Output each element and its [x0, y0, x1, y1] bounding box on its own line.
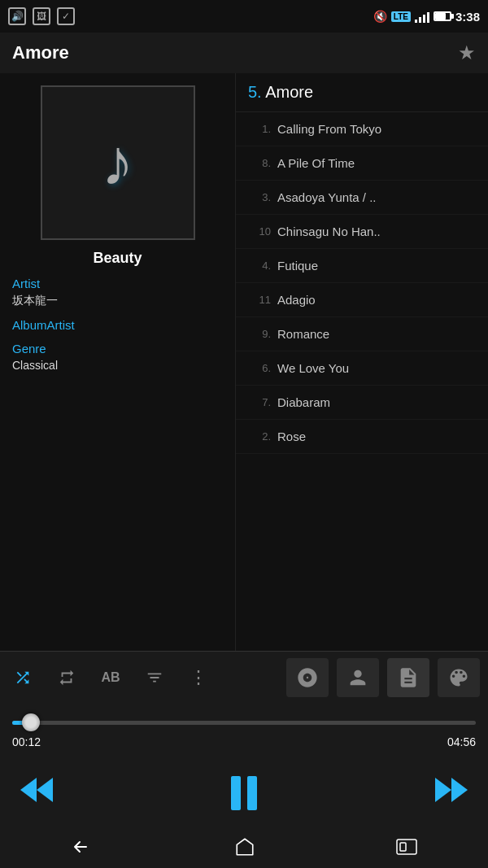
time-total: 04:56 [447, 735, 476, 748]
navigation-bar [0, 826, 488, 868]
svg-rect-5 [400, 843, 406, 851]
track-number: 4. [248, 260, 271, 272]
status-icons-right: 🔇 LTE 3:38 [373, 10, 480, 24]
check-icon: ✓ [57, 7, 75, 25]
track-item[interactable]: 8.A Pile Of Time [236, 146, 488, 181]
artist-tab-button[interactable] [337, 658, 379, 697]
current-track-header: 5. Amore [236, 73, 488, 112]
toolbar-left: AB ⋮ [8, 663, 213, 692]
favorite-star-icon[interactable]: ★ [458, 41, 476, 64]
related-icon [447, 666, 470, 689]
svg-marker-3 [451, 778, 468, 802]
recents-button[interactable] [375, 830, 438, 864]
disc-tab-button[interactable] [286, 658, 329, 697]
track-title: Rose [277, 430, 306, 443]
genre-section: Genre Classical [12, 342, 223, 372]
recents-icon [395, 836, 418, 857]
album-name: Beauty [12, 250, 223, 267]
back-icon [70, 837, 94, 857]
header: Amore ★ [0, 33, 488, 73]
rewind-icon [16, 774, 57, 806]
track-number: 1. [248, 123, 271, 135]
repeat-icon [58, 669, 76, 687]
track-number: 8. [248, 157, 271, 169]
progress-bar[interactable] [12, 721, 476, 725]
current-track-title: Amore [265, 83, 313, 101]
track-item[interactable]: 6.We Love You [236, 351, 488, 386]
track-title: Chinsagu No Han.. [277, 225, 381, 238]
album-artist-label: AlbumArtist [12, 318, 223, 332]
left-panel: ♪ Beauty Artist 坂本龍一 AlbumArtist Genre C… [0, 73, 236, 651]
mute-icon: 🔇 [373, 10, 387, 23]
toolbar-right [286, 658, 480, 697]
track-number: 10 [248, 225, 271, 238]
genre-label: Genre [12, 342, 223, 355]
track-title: Asadoya Yunta / .. [277, 190, 376, 204]
page-title: Amore [12, 42, 69, 63]
progress-thumb[interactable] [22, 713, 40, 731]
track-title: Calling From Tokyo [277, 122, 381, 136]
status-bar: 🔊 🖼 ✓ 🔇 LTE 3:38 [0, 0, 488, 33]
battery-icon [434, 11, 451, 21]
track-item[interactable]: 4.Futique [236, 249, 488, 283]
track-number: 3. [248, 191, 271, 203]
lyrics-icon [397, 666, 420, 689]
track-item[interactable]: 11Adagio [236, 283, 488, 317]
svg-marker-1 [37, 778, 53, 802]
right-panel: 5. Amore 1.Calling From Tokyo8.A Pile Of… [236, 73, 488, 651]
pause-bar-left [231, 776, 241, 810]
font-icon: AB [101, 670, 120, 685]
album-art: ♪ [41, 85, 195, 240]
track-number: 7. [248, 396, 271, 408]
track-item[interactable]: 2.Rose [236, 420, 488, 454]
artist-value: 坂本龍一 [12, 294, 223, 308]
main-content: ♪ Beauty Artist 坂本龍一 AlbumArtist Genre C… [0, 73, 488, 651]
equalizer-icon [146, 669, 163, 687]
track-item[interactable]: 9.Romance [236, 317, 488, 351]
toolbar: AB ⋮ [0, 651, 488, 704]
track-title: We Love You [277, 361, 349, 375]
previous-button[interactable] [16, 774, 57, 813]
pause-button[interactable] [231, 776, 257, 810]
more-icon: ⋮ [190, 667, 207, 688]
fast-forward-icon [431, 774, 472, 806]
track-number: 6. [248, 362, 271, 374]
genre-value: Classical [12, 359, 223, 372]
home-button[interactable] [214, 830, 276, 864]
track-title: Diabaram [277, 395, 330, 409]
time-elapsed: 00:12 [12, 735, 41, 748]
eq-button[interactable] [140, 663, 169, 692]
svg-marker-0 [20, 778, 37, 802]
svg-marker-2 [435, 778, 451, 802]
repeat-button[interactable] [52, 663, 81, 692]
pause-bar-right [247, 776, 257, 810]
track-item[interactable]: 1.Calling From Tokyo [236, 112, 488, 146]
lyrics-tab-button[interactable] [387, 658, 429, 697]
album-artist-section: AlbumArtist [12, 318, 223, 332]
track-number: 2. [248, 430, 271, 443]
track-title: A Pile Of Time [277, 156, 355, 170]
track-item[interactable]: 10Chinsagu No Han.. [236, 215, 488, 249]
lte-badge: LTE [391, 11, 411, 22]
font-button[interactable]: AB [96, 663, 125, 692]
status-time: 3:38 [455, 10, 480, 24]
track-item[interactable]: 3.Asadoya Yunta / .. [236, 181, 488, 215]
disc-icon [296, 666, 319, 689]
status-icons-left: 🔊 🖼 ✓ [8, 7, 75, 25]
progress-section: 00:12 04:56 [0, 704, 488, 761]
home-icon [234, 836, 255, 857]
track-item[interactable]: 7.Diabaram [236, 386, 488, 420]
related-tab-button[interactable] [438, 658, 480, 697]
next-button[interactable] [431, 774, 472, 813]
speaker-icon: 🔊 [8, 7, 26, 25]
back-button[interactable] [50, 831, 115, 863]
track-list: 1.Calling From Tokyo8.A Pile Of Time3.As… [236, 112, 488, 651]
track-number: 11 [248, 294, 271, 306]
shuffle-button[interactable] [8, 663, 37, 692]
photo-icon: 🖼 [33, 7, 50, 25]
track-title: Romance [277, 327, 329, 341]
artist-label: Artist [12, 277, 223, 290]
more-button[interactable]: ⋮ [184, 663, 213, 692]
time-row: 00:12 04:56 [12, 735, 476, 748]
artist-section: Artist 坂本龍一 [12, 277, 223, 308]
